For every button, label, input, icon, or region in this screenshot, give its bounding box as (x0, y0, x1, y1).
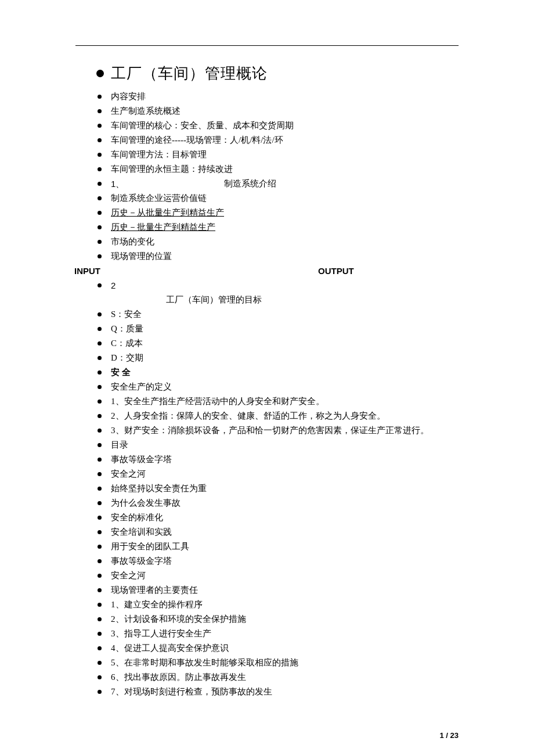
item-text: D：交期 (111, 351, 459, 365)
list-item: 3、指导工人进行安全生产 (96, 627, 459, 641)
page-number: 1 / 23 (439, 731, 459, 740)
item-text: 现场管理的位置 (111, 249, 459, 264)
bullet-icon (96, 496, 111, 510)
bullet-icon (96, 191, 111, 206)
bullet-icon (96, 627, 111, 641)
input-output-row: INPUT OUTPUT (74, 264, 459, 278)
list-item: 事故等级金字塔 (96, 452, 459, 467)
bullet-icon (96, 656, 111, 670)
item-text: 安全培训和实践 (111, 525, 459, 539)
item-text: 事故等级金字塔 (111, 554, 459, 568)
page-title: 工厂（车间）管理概论 (111, 63, 268, 84)
bullet-icon (96, 206, 111, 220)
list-item-section-1: 1、 制造系统介绍 (96, 177, 459, 191)
item-text: 车间管理的永恒主题：持续改进 (111, 162, 459, 177)
bullet-icon (96, 525, 111, 539)
bullet-icon (96, 89, 111, 104)
bullet-icon (96, 467, 111, 481)
bullet-icon (96, 452, 111, 467)
item-text: 4、促进工人提高安全保护意识 (111, 641, 459, 656)
bullet-icon (96, 133, 111, 147)
list-item: 目录 (96, 438, 459, 452)
item-text: 生产制造系统概述 (111, 104, 459, 118)
list-item: Q：质量 (96, 322, 459, 336)
page-total: 23 (450, 731, 459, 740)
item-text: 3、指导工人进行安全生产 (111, 627, 459, 641)
item-text: 车间管理方法：目标管理 (111, 147, 459, 162)
item-text: 制造系统企业运营价值链 (111, 191, 459, 206)
list-item: 现场管理的位置 (96, 249, 459, 264)
bullet-icon (96, 670, 111, 685)
list-item: 安全培训和实践 (96, 525, 459, 539)
item-text: 2、人身安全指：保障人的安全、健康、舒适的工作，称之为人身安全。 (111, 409, 459, 423)
list-item: 2、人身安全指：保障人的安全、健康、舒适的工作，称之为人身安全。 (96, 409, 459, 423)
list-item: S：安全 (96, 307, 459, 322)
bullet-icon (96, 249, 111, 264)
list-item: 现场管理者的主要责任 (96, 583, 459, 597)
input-label: INPUT (74, 264, 318, 278)
list-item: 1、建立安全的操作程序 (96, 597, 459, 612)
list-item: C：成本 (96, 336, 459, 351)
content-list-2: 2 工厂（车间）管理的目标 S：安全 Q：质量 C：成本 D：交期 安 全 安全… (96, 278, 459, 699)
list-item: 车间管理方法：目标管理 (96, 147, 459, 162)
bullet-icon (96, 685, 111, 699)
item-text: 目录 (111, 438, 459, 452)
item-text: 为什么会发生事故 (111, 496, 459, 510)
bullet-icon (96, 365, 111, 380)
page-title-row: 工厂（车间）管理概论 (96, 63, 459, 84)
list-item: 5、在非常时期和事故发生时能够采取相应的措施 (96, 656, 459, 670)
item-text: 1、建立安全的操作程序 (111, 597, 459, 612)
list-item: 3、财产安全：消除损坏设备，产品和恰一切财产的危害因素，保证生产正常进行。 (96, 423, 459, 438)
list-item: 安全之河 (96, 467, 459, 481)
item-text-link: 历史－从批量生产到精益生产 (111, 206, 459, 220)
item-text: 2、计划设备和环境的安全保护措施 (111, 612, 459, 627)
output-label: OUTPUT (318, 264, 354, 278)
bullet-icon (96, 220, 111, 235)
list-item: 历史－从批量生产到精益生产 (96, 206, 459, 220)
item-text: 1、 制造系统介绍 (111, 177, 459, 191)
bullet-icon (96, 568, 111, 583)
section-label: 制造系统介绍 (224, 177, 276, 191)
list-item: 车间管理的途径-----现场管理：人/机/料/法/环 (96, 133, 459, 147)
list-item: 历史－批量生产到精益生产 (96, 220, 459, 235)
item-text: 5、在非常时期和事故发生时能够采取相应的措施 (111, 656, 459, 670)
page-sep: / (444, 731, 450, 740)
section-subtitle: 工厂（车间）管理的目标 (166, 293, 459, 307)
list-item: D：交期 (96, 351, 459, 365)
list-item: 始终坚持以安全责任为重 (96, 481, 459, 496)
bullet-icon (96, 597, 111, 612)
list-item: 6、找出事故原因。防止事故再发生 (96, 670, 459, 685)
bullet-icon (96, 177, 111, 191)
list-item: 安全的标准化 (96, 510, 459, 525)
item-text: 安全生产的定义 (111, 380, 459, 394)
item-text: 3、财产安全：消除损坏设备，产品和恰一切财产的危害因素，保证生产正常进行。 (111, 423, 459, 438)
bullet-icon (96, 235, 111, 249)
list-item: 安全之河 (96, 568, 459, 583)
item-text: Q：质量 (111, 322, 459, 336)
bullet-icon (96, 510, 111, 525)
list-item: 安全生产的定义 (96, 380, 459, 394)
list-item: 2、计划设备和环境的安全保护措施 (96, 612, 459, 627)
bullet-icon (96, 438, 111, 452)
bullet-icon (96, 307, 111, 322)
item-text: 市场的变化 (111, 235, 459, 249)
item-text: 内容安排 (111, 89, 459, 104)
section-number: 2 (111, 278, 459, 293)
list-item: 车间管理的永恒主题：持续改进 (96, 162, 459, 177)
item-text: C：成本 (111, 336, 459, 351)
bullet-icon (96, 409, 111, 423)
bullet-icon (96, 423, 111, 438)
list-item: 内容安排 (96, 89, 459, 104)
bullet-icon (96, 147, 111, 162)
list-item-section-2: 2 (96, 278, 459, 293)
bullet-icon (96, 481, 111, 496)
bullet-icon (96, 322, 111, 336)
item-text: 车间管理的核心：安全、质量、成本和交货周期 (111, 118, 459, 133)
list-item: 事故等级金字塔 (96, 554, 459, 568)
bullet-icon (96, 539, 111, 554)
content-list: 内容安排 生产制造系统概述 车间管理的核心：安全、质量、成本和交货周期 车间管理… (96, 89, 459, 264)
page-current: 1 (439, 731, 443, 740)
bullet-icon (96, 554, 111, 568)
item-text: 现场管理者的主要责任 (111, 583, 459, 597)
bullet-icon (96, 70, 104, 77)
